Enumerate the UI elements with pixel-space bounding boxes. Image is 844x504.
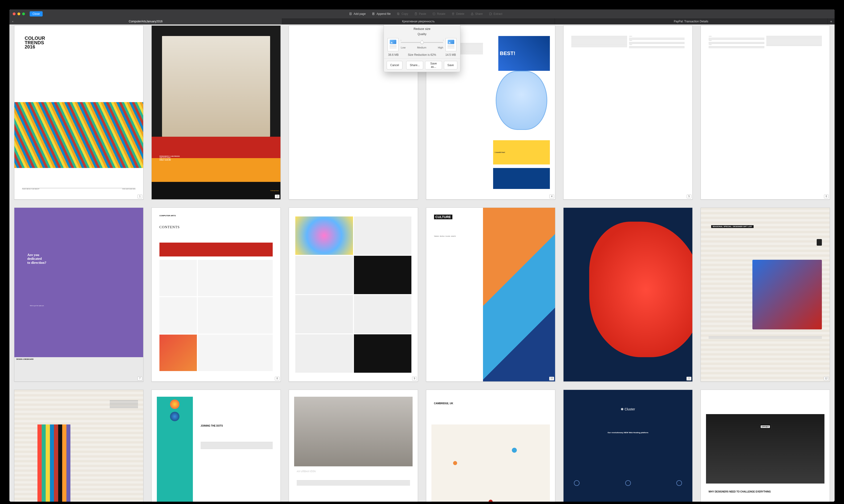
traffic-close[interactable] [13,13,16,15]
copy-label: Copy [401,12,408,16]
traffic-lights [10,13,28,15]
thumb7-sub: We've got the right job. [30,305,44,306]
thumb12-mug [817,239,822,246]
page-number-badge: 5 [687,195,691,198]
slider-knob[interactable] [420,41,424,44]
extract-button[interactable]: Extract [489,12,502,16]
share-dialog-button[interactable]: Share... [406,61,423,69]
tab-computer-arts[interactable]: × ComputerArtsJanuary2016 [10,18,282,24]
thumb13-sidebar [110,400,138,502]
dialog-buttons: Cancel Share... Save as... Save [384,58,460,72]
thumb8-pre: COMPUTER ARTS [159,215,176,217]
traffic-maximize[interactable] [22,13,25,15]
titlebar: Close Add page Append file Copy Paste Ro… [10,10,834,18]
dialog-title: Reduce size [384,25,460,31]
tab-label: PayPal: Transaction Details [674,20,708,23]
tab-close-icon[interactable]: × [12,20,14,23]
thumb8-title: CONTENTS [159,225,180,229]
thumb6-columns [709,36,822,189]
thumb15-photo [294,397,413,466]
thumb17-icons [574,480,682,486]
thumb2-brand: Onlineprinters [152,182,280,199]
quality-medium-label: Medium [417,46,426,49]
thumb8-grid [159,260,273,371]
rotate-icon [432,12,436,16]
page-number-badge: 12 [824,377,829,380]
ssd-icon [625,480,631,486]
append-file-label: Append file [377,12,391,16]
thumb1-title: COLOUR TRENDS 2016 [25,36,133,49]
page-thumb-10[interactable]: CULTURE TRENDS · PEOPLE · PLACES · EVENT… [426,208,555,382]
thumb18-headline: WHY DESIGNERS NEED TO CHALLENGE EVERYTHI… [709,491,771,493]
close-button[interactable]: Close [30,11,42,16]
thumbnail-grid-container[interactable]: COLOUR TRENDS 2016 PUNCH ABOVE YOUR WEIG… [10,24,834,502]
quality-high-label: High [438,46,443,49]
page-thumb-8[interactable]: COMPUTER ARTS CONTENTS 8 [151,208,281,382]
reduced-doc-icon [446,38,457,51]
page-thumb-2[interactable]: PERMANENTLY LOW PRICES! 1000 A6 FLYERS O… [151,25,281,200]
app-window: Close Add page Append file Copy Paste Ro… [10,10,834,502]
page-thumb-16[interactable]: CAMBRIDGE, UK [426,390,555,502]
extract-label: Extract [494,12,502,16]
append-file-icon [372,12,375,16]
rotate-label: Rotate [437,12,445,16]
share-button[interactable]: Share [470,12,483,16]
page-thumb-13[interactable] [14,390,143,502]
thumb10-art [483,208,555,381]
page-number-badge: 6 [824,195,829,198]
page-thumb-15[interactable]: AN URBAN ICON [289,390,418,502]
copy-button[interactable]: Copy [397,12,408,16]
thumb4-cloud [496,71,547,130]
size-after: 14.5 MB [445,53,456,56]
quality-low-label: Low [401,46,406,49]
thumb17-logo: ✽ Cluster [564,407,692,411]
page-thumb-14[interactable]: JOINING THE DOTS [151,390,281,502]
thumb1-art [14,102,143,168]
tab-creative-confidence[interactable]: Креативная уверенность [282,18,555,24]
thumb14-left [157,397,193,502]
paste-button[interactable]: Paste [414,12,426,16]
thumb14-title: JOINING THE DOTS [201,425,223,427]
add-page-button[interactable]: Add page [349,12,366,16]
traffic-minimize[interactable] [17,13,20,15]
svg-rect-3 [397,13,399,14]
add-page-label: Add page [354,12,366,16]
thumb17-line: Our revolutionary NEW Web Hosting platfo… [576,432,679,434]
toolbar: Add page Append file Copy Paste Rotate D… [42,12,809,16]
thumb12-text [709,336,822,371]
page-thumb-6[interactable]: 6 [701,25,830,200]
page-number-badge: 2 [275,195,279,198]
save-button[interactable]: Save [444,61,457,69]
tab-paypal[interactable]: PayPal: Transaction Details [555,18,828,24]
page-thumb-5[interactable]: 5 [563,25,693,200]
copy-icon [397,12,400,16]
dialog-body: Low Medium High [384,37,460,52]
delete-button[interactable]: Delete [451,12,464,16]
new-tab-button[interactable]: ＋ [828,18,834,24]
thumbnail-grid: COLOUR TRENDS 2016 PUNCH ABOVE YOUR WEIG… [14,25,830,502]
quality-slider[interactable]: Low Medium High [401,40,443,49]
thumb10-hdr: CULTURE [434,215,452,219]
thumb11-art [589,222,693,357]
cancel-button[interactable]: Cancel [387,61,402,69]
share-label: Share [475,12,483,16]
page-thumb-17[interactable]: ✽ Cluster Our revolutionary NEW Web Host… [563,390,693,502]
svg-rect-7 [489,13,491,15]
size-before: 38.6 MB [388,53,399,56]
rotate-button[interactable]: Rotate [432,12,445,16]
tabbar: × ComputerArtsJanuary2016 Креативная уве… [10,18,834,24]
thumb10-sub: TRENDS · PEOPLE · PLACES · EVENTS [434,236,456,237]
save-as-button[interactable]: Save as... [425,61,442,69]
page-thumb-18[interactable]: OFFSET WHY DESIGNERS NEED TO CHALLENGE E… [701,390,830,502]
page-thumb-7[interactable]: Are you dedicated to direction? We've go… [14,208,143,382]
page-thumb-12[interactable]: SEASONAL SPECIAL: DESIGNER GIFT LIST 12 [701,208,830,382]
page-thumb-9[interactable]: 9 [289,208,418,382]
delete-label: Delete [456,12,464,16]
thumb2-copy: PERMANENTLY LOW PRICES! 1000 A6 FLYERS O… [159,156,180,161]
thumb5-columns [571,36,685,189]
page-number-badge: 1 [138,195,142,198]
page-thumb-11[interactable]: 11 [563,208,693,382]
append-file-button[interactable]: Append file [372,12,391,16]
page-thumb-1[interactable]: COLOUR TRENDS 2016 PUNCH ABOVE YOUR WEIG… [14,25,143,200]
delete-icon [451,12,455,16]
